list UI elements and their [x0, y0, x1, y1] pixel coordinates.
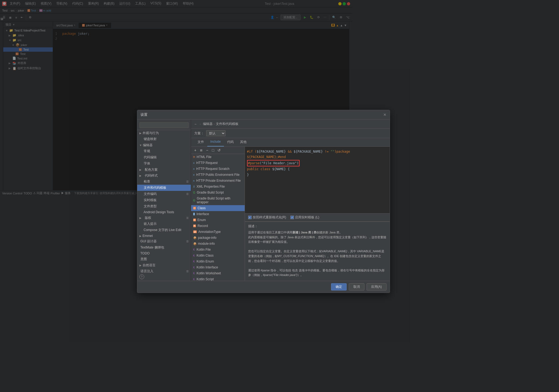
tab-other[interactable]: 其他: [237, 138, 250, 146]
sidebar-label-code-editing: 代码编辑: [139, 155, 157, 160]
dialog-search-input[interactable]: [139, 122, 189, 128]
sidebar-label-keymap: 键盘映射: [139, 137, 157, 141]
xml-icon: X: [193, 185, 195, 188]
breadcrumb-nav-icon[interactable]: ←: [194, 122, 198, 126]
template-item-gradle-wrapper[interactable]: G Gradle Build Script with wrapper: [191, 195, 245, 196]
sidebar-label-appearance: 外观与行为: [143, 131, 159, 135]
breadcrumb-file-templates: 文件和代码模板: [216, 122, 238, 126]
sidebar-item-file-templates[interactable]: 文件和代码模板: [137, 185, 191, 191]
sidebar-item-code-editing[interactable]: 代码编辑: [137, 154, 191, 160]
html-file-icon: H: [193, 156, 195, 159]
dialog-body: ▶ 外观与行为 键盘映射 ▼ 编辑器 常规 代码编辑 字体: [137, 120, 353, 196]
code-line-if: #if (${PACKAGE_NAME} && ${PACKAGE_NAME} …: [247, 149, 353, 160]
template-item-xml[interactable]: X XML Properties File: [191, 184, 245, 190]
sidebar-label-file-encoding: 文件编码 ☰: [139, 192, 189, 196]
dialog-breadcrumb: ← → 编辑器 › 文件和代码模板: [191, 120, 353, 129]
template-item-http-public[interactable]: ≡ HTTP Public Environment File: [191, 172, 245, 178]
breadcrumb-editor: 编辑器: [203, 122, 213, 126]
template-duplicate-btn[interactable]: □: [210, 148, 216, 153]
expand-arrow-editor: ▼: [139, 144, 142, 147]
gradle-icon: G: [193, 191, 195, 194]
template-copy-btn[interactable]: ⊞: [199, 148, 204, 153]
sidebar-section-codestyle[interactable]: ▶ 代码样式: [137, 173, 191, 178]
sidebar-label-inspection: 检查 ☰: [139, 179, 189, 184]
sidebar-item-general[interactable]: 常规: [137, 148, 191, 154]
code-editor-area[interactable]: #if (${PACKAGE_NAME} && ${PACKAGE_NAME} …: [245, 147, 353, 196]
sidebar-label-general: 常规: [139, 149, 150, 153]
sidebar-label-font: 字体: [139, 161, 150, 166]
dialog-main-content: ← → 编辑器 › 文件和代码模板 方案： 默认 文件 Include: [191, 120, 353, 196]
sidebar-label-color: 配色方案: [143, 167, 158, 172]
sidebar-item-keymap[interactable]: 键盘映射: [137, 136, 191, 142]
tab-file[interactable]: 文件: [194, 138, 207, 146]
template-item-gradle-label: Gradle Build Script: [197, 191, 224, 194]
template-item-http-public-label: HTTP Public Environment File: [196, 173, 240, 177]
expand-arrow-codestyle: ▶: [139, 174, 142, 177]
dialog-sidebar: ▶ 外观与行为 键盘映射 ▼ 编辑器 常规 代码编辑 字体: [137, 120, 191, 196]
sidebar-item-font[interactable]: 字体: [137, 160, 191, 167]
template-item-html-label: HTML File: [197, 155, 212, 159]
sidebar-label-file-templates: 文件和代码模板: [139, 186, 166, 190]
template-item-http-scratch-label: HTTP Request Scratch: [196, 167, 229, 171]
template-code-editor: #if (${PACKAGE_NAME} && ${PACKAGE_NAME} …: [245, 147, 353, 196]
dialog-title: 设置: [140, 112, 147, 117]
tab-include[interactable]: Include: [207, 138, 224, 146]
template-item-http-private-label: HTTP Private Environment File: [196, 179, 241, 183]
template-item-http-scratch[interactable]: ≡ HTTP Request Scratch: [191, 166, 245, 172]
scheme-label: 方案：: [194, 131, 204, 136]
code-line-class: public class ${NAME} {: [247, 166, 353, 172]
template-item-http-private[interactable]: ≡ HTTP Private Environment File: [191, 178, 245, 184]
template-add-btn[interactable]: +: [193, 148, 198, 153]
parse-keyword: #parse: [248, 161, 260, 165]
http-private-icon: ≡: [193, 179, 195, 182]
template-list: + ⊞ − □ ↺ H HTML File ≡: [191, 147, 245, 196]
template-item-xml-label: XML Properties File: [196, 185, 225, 188]
template-delete-btn[interactable]: −: [205, 148, 210, 153]
sidebar-label-codestyle: 代码样式: [143, 173, 158, 178]
expand-arrow-color: ▶: [139, 168, 142, 171]
http-icon: ≡: [193, 162, 195, 164]
highlighted-parse-line: #parse("File Header.java"): [247, 160, 300, 166]
template-tabs: 文件 Include 代码 其他: [191, 138, 353, 147]
code-line-parse: #parse("File Header.java"): [247, 160, 300, 166]
breadcrumb-sep: ›: [214, 122, 215, 126]
sidebar-item-inspection[interactable]: 检查 ☰: [137, 178, 191, 185]
sidebar-label-editor: 编辑器: [143, 143, 153, 148]
scheme-bar: 方案： 默认: [191, 129, 353, 138]
dialog-overlay: 设置 ✕ ▶ 外观与行为 键盘映射 ▼ 编辑器: [0, 0, 352, 196]
template-list-toolbar: + ⊞ − □ ↺: [191, 147, 245, 154]
sidebar-section-color[interactable]: ▶ 配色方案: [137, 167, 191, 173]
template-reset-btn[interactable]: ↺: [216, 148, 222, 153]
template-item-http-label: HTTP Request: [196, 161, 217, 165]
breadcrumb-nav-forward[interactable]: →: [199, 122, 202, 126]
tab-code[interactable]: 代码: [224, 138, 237, 146]
template-item-gradle[interactable]: G Gradle Build Script: [191, 190, 245, 195]
code-line-close: }: [247, 172, 353, 177]
settings-dialog: 设置 ✕ ▶ 外观与行为 键盘映射 ▼ 编辑器: [137, 110, 353, 196]
sidebar-item-file-encoding[interactable]: 文件编码 ☰: [137, 191, 191, 196]
dialog-search-area: [137, 121, 191, 130]
template-item-html[interactable]: H HTML File: [191, 154, 245, 160]
http-scratch-icon: ≡: [193, 167, 195, 170]
parse-arg: ("File Header.java"): [260, 161, 299, 165]
http-public-icon: ≡: [193, 173, 195, 176]
dialog-title-bar: 设置 ✕: [137, 110, 353, 120]
scheme-select[interactable]: 默认: [206, 130, 226, 136]
template-main-area: + ⊞ − □ ↺ H HTML File ≡: [191, 147, 353, 196]
sidebar-section-appearance[interactable]: ▶ 外观与行为: [137, 130, 191, 136]
expand-arrow-appearance: ▶: [139, 132, 142, 135]
sidebar-section-editor[interactable]: ▼ 编辑器: [137, 142, 191, 148]
template-item-http[interactable]: ≡ HTTP Request: [191, 160, 245, 166]
